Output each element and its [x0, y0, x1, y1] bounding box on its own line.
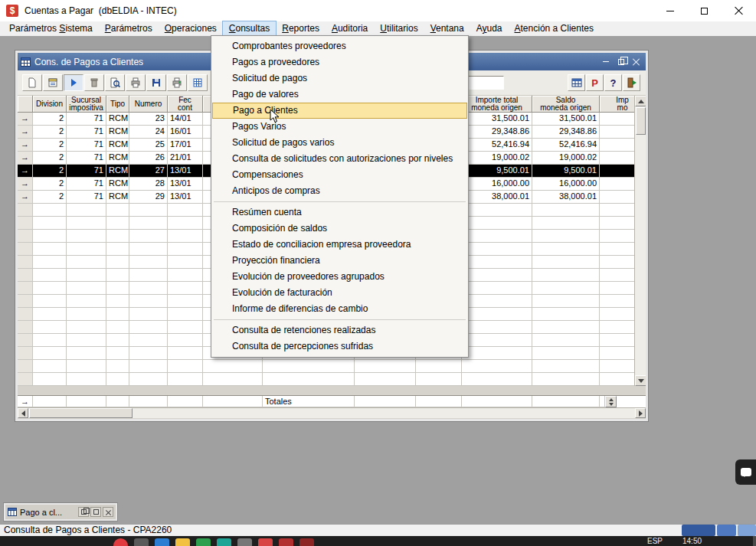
save-icon: [150, 77, 162, 89]
export-button[interactable]: [188, 74, 208, 91]
taskbar-icon[interactable]: [299, 538, 314, 546]
print-preview-button[interactable]: [105, 74, 125, 91]
chat-overlay-button[interactable]: [735, 459, 756, 485]
grid-view-button[interactable]: [568, 74, 585, 91]
menubar-item-reportes[interactable]: Reportes: [276, 21, 326, 36]
header-importe-total[interactable]: Importe totalmoneda origen: [462, 96, 532, 113]
menubar-item-utilitarios[interactable]: Utilitarios: [374, 21, 424, 36]
vertical-scroll-thumb[interactable]: [636, 107, 646, 135]
table-empty-row: [18, 360, 646, 373]
menu-item-consulta-solicitudes-autorizaciones[interactable]: Consulta de solicitudes con autorizacion…: [212, 151, 467, 167]
minimize-button[interactable]: [653, 0, 687, 21]
menu-item-proyeccion-financiera[interactable]: Proyección financiera: [212, 253, 467, 269]
currency-p-button[interactable]: P: [586, 74, 604, 91]
child-restore-button[interactable]: [614, 56, 627, 67]
taskbar-icon[interactable]: [217, 538, 231, 546]
menu-item-pagos-a-proveedores[interactable]: Pagos a proveedores: [212, 54, 467, 70]
taskbar-icon[interactable]: [258, 538, 273, 546]
taskbar-icon[interactable]: [175, 538, 190, 546]
maximize-button[interactable]: [687, 0, 722, 21]
menu-item-consulta-retenciones[interactable]: Consulta de retenciones realizadas: [212, 322, 467, 338]
mini-close-button[interactable]: [103, 507, 113, 517]
menubar-item-atencion-a-clientes[interactable]: Atención a Clientes: [509, 21, 600, 36]
speech-bubble-icon: [741, 468, 751, 476]
menu-item-resumen-cuenta[interactable]: Resúmen cuenta: [212, 204, 467, 221]
header-saldo[interactable]: Saldomoneda origen: [532, 96, 600, 113]
taskbar-icon[interactable]: [134, 538, 149, 546]
menu-item-comprobantes-proveedores[interactable]: Comprobantes proveedores: [212, 38, 467, 54]
menubar-item-auditoria[interactable]: Auditoria: [326, 21, 374, 36]
menu-item-compensaciones[interactable]: Compensaciones: [212, 167, 467, 183]
menu-item-anticipos-de-compras[interactable]: Anticipos de compras: [212, 183, 467, 199]
minimize-icon: [666, 11, 674, 11]
print-grid-button[interactable]: [167, 74, 187, 91]
menu-item-informe-diferencias-cambio[interactable]: Informe de diferencias de cambio: [212, 301, 467, 317]
header-sucursal[interactable]: Sucursalimpositiva: [67, 96, 106, 113]
print-grid-icon: [171, 77, 183, 89]
taskbar-icon[interactable]: [279, 538, 293, 546]
child-close-button[interactable]: [630, 56, 643, 67]
menubar: Parámetros Sistema Parámetros Operacione…: [0, 21, 756, 36]
show-desktop-button[interactable]: [753, 536, 756, 546]
horizontal-scroll-thumb[interactable]: [29, 408, 133, 418]
print-icon: [129, 77, 142, 89]
menu-item-solicitud-de-pagos[interactable]: Solicitud de pagos: [212, 70, 467, 87]
maximize-icon: [701, 8, 708, 15]
menu-item-evolucion-proveedores[interactable]: Evolución de proveedores agrupados: [212, 269, 467, 285]
header-division[interactable]: Division: [33, 96, 67, 113]
menubar-item-ayuda[interactable]: Ayuda: [470, 21, 509, 36]
scroll-up-button[interactable]: [635, 96, 646, 106]
menu-item-pago-a-clientes[interactable]: Pago a Clientes: [212, 103, 467, 119]
menubar-item-parametros-sistema[interactable]: Parámetros Sistema: [3, 21, 99, 36]
minimized-window-pago-a-clientes[interactable]: Pago a cl...: [4, 503, 117, 521]
horizontal-scrollbar[interactable]: [18, 407, 646, 418]
print-button[interactable]: [126, 74, 146, 91]
grid-view-icon: [571, 77, 583, 89]
header-fecha[interactable]: Feccont: [168, 96, 203, 113]
close-button[interactable]: [722, 0, 756, 21]
exit-icon: [626, 77, 638, 89]
scroll-left-button[interactable]: [18, 408, 28, 418]
scroll-down-button[interactable]: [635, 375, 646, 386]
header-numero[interactable]: Numero: [129, 96, 168, 113]
menubar-item-operaciones[interactable]: Operaciones: [159, 21, 223, 36]
header-tipo[interactable]: Tipo: [106, 96, 129, 113]
mouse-cursor: [270, 109, 280, 124]
totals-spin-control[interactable]: [605, 396, 617, 407]
menu-item-evolucion-facturacion[interactable]: Evolución de facturación: [212, 285, 467, 301]
menubar-item-consultas[interactable]: Consultas: [223, 21, 276, 36]
new-record-button[interactable]: [22, 74, 42, 91]
arrow-left-icon: [18, 410, 25, 417]
language-indicator[interactable]: ESP: [647, 537, 663, 545]
taskbar-icon[interactable]: [196, 538, 211, 546]
menubar-item-parametros[interactable]: Parámetros: [99, 21, 159, 36]
save-button[interactable]: [146, 74, 166, 91]
vertical-scrollbar[interactable]: [634, 96, 646, 386]
clock[interactable]: 14:50: [682, 537, 702, 545]
minimized-window-title: Pago a cl...: [20, 508, 62, 517]
menu-item-solicitud-de-pagos-varios[interactable]: Solicitud de pagos varios: [212, 135, 467, 151]
exit-button[interactable]: [623, 74, 640, 91]
scroll-right-button[interactable]: [635, 408, 646, 418]
edit-record-button[interactable]: [43, 74, 63, 91]
menu-item-pago-de-valores[interactable]: Pago de valores: [212, 87, 467, 103]
menu-item-composicion-de-saldos[interactable]: Composición de saldos: [212, 221, 467, 237]
help-button[interactable]: ?: [604, 74, 622, 91]
taskbar-icon[interactable]: [237, 538, 252, 546]
run-query-button[interactable]: [64, 74, 83, 91]
child-minimize-button[interactable]: [599, 56, 612, 67]
taskbar-icon[interactable]: [155, 538, 169, 546]
delete-record-button[interactable]: [84, 74, 104, 91]
menu-item-estado-conciliacion[interactable]: Estado de conciliacion empresa proveedor…: [212, 237, 467, 253]
mini-maximize-button[interactable]: [90, 507, 101, 517]
taskbar-icon[interactable]: [113, 538, 128, 546]
menu-item-pagos-varios[interactable]: Pagos Varios: [212, 119, 467, 135]
menu-item-consulta-percepciones[interactable]: Consulta de percepciones sufridas: [212, 338, 467, 355]
totals-row: → Totales: [18, 395, 646, 407]
mini-restore-button[interactable]: [78, 507, 89, 517]
status-progress: [680, 525, 756, 536]
menubar-item-ventana[interactable]: Ventana: [424, 21, 470, 36]
header-indicator: [18, 96, 33, 113]
run-query-icon: [67, 77, 80, 89]
child-window-title: Cons. de Pagos a Clientes: [34, 57, 143, 67]
